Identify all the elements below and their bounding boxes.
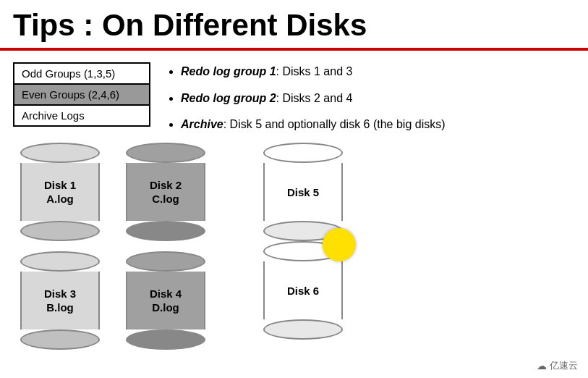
disk-bottom (126, 221, 205, 241)
watermark-icon: ☁ (537, 360, 547, 371)
disk-label: Disk 2C.log (150, 178, 182, 206)
bullets-container: Redo log group 1: Disks 1 and 3Redo log … (165, 61, 575, 133)
page-title: Tips : On Different Disks (0, 0, 588, 51)
disk-label: Disk 4D.log (150, 287, 182, 315)
disk-top (263, 143, 343, 163)
disk-label: Disk 5 (287, 185, 319, 200)
watermark: ☁ 亿速云 (537, 359, 578, 372)
disk-label: Disk 3B.log (44, 287, 76, 315)
disk-top (20, 251, 100, 272)
disk-bottom (126, 329, 205, 350)
legend-row-odd: Odd Groups (1,3,5) (14, 63, 150, 84)
disks-area: Disk 1A.logDisk 2C.logDisk 3B.logDisk 4D… (0, 140, 588, 357)
disk-group-left: Disk 1A.logDisk 2C.logDisk 3B.logDisk 4D… (13, 143, 213, 350)
disk-disk-4: Disk 4D.log (119, 251, 213, 350)
disk-body: Disk 5 (263, 163, 343, 221)
content-area: Odd Groups (1,3,5)Even Groups (2,4,6)Arc… (0, 51, 588, 140)
watermark-text: 亿速云 (550, 359, 578, 372)
bullet-item-2: Archive: Disk 5 and optionally disk 6 (t… (181, 117, 575, 133)
disk-disk-5: Disk 5 (256, 143, 350, 241)
disk-top (20, 143, 100, 163)
disk-body: Disk 4D.log (126, 272, 205, 329)
disk-label: Disk 6 (287, 284, 319, 298)
disk-bottom (20, 329, 100, 350)
disk-disk-3: Disk 3B.log (13, 251, 107, 350)
disk-label: Disk 1A.log (44, 178, 76, 206)
legend-container: Odd Groups (1,3,5)Even Groups (2,4,6)Arc… (13, 61, 150, 133)
legend-table: Odd Groups (1,3,5)Even Groups (2,4,6)Arc… (13, 62, 150, 127)
yellow-dot (323, 228, 356, 261)
disk-top (126, 143, 205, 163)
disk-body: Disk 1A.log (20, 163, 100, 221)
bullet-item-1: Redo log group 2: Disks 2 and 4 (181, 91, 575, 106)
disk-group-right: Disk 5Disk 6 (256, 143, 350, 340)
bullet-item-0: Redo log group 1: Disks 1 and 3 (181, 64, 575, 80)
disk-body: Disk 2C.log (126, 163, 205, 221)
disk-body: Disk 6 (263, 261, 343, 319)
legend-row-even: Even Groups (2,4,6) (14, 84, 150, 105)
disk-disk-1: Disk 1A.log (13, 143, 107, 241)
disk-body: Disk 3B.log (20, 272, 100, 329)
disk-bottom (263, 319, 343, 340)
disk-bottom (20, 221, 100, 241)
disk-disk-2: Disk 2C.log (119, 143, 213, 241)
disk-top (126, 251, 205, 272)
legend-row-archive: Archive Logs (14, 105, 150, 126)
